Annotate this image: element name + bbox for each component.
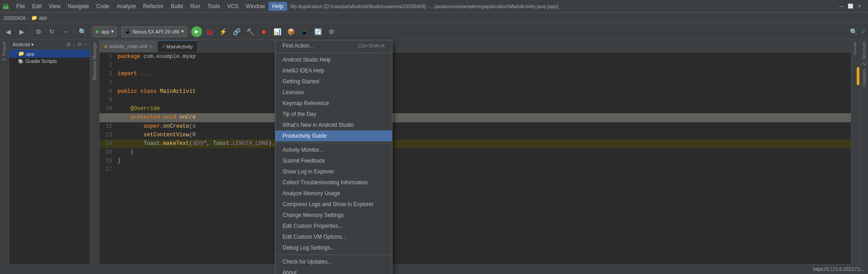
back-button[interactable]: ◀ bbox=[2, 25, 14, 38]
menu-item-android-help[interactable]: Android Studio Help bbox=[275, 54, 392, 65]
profile-button[interactable]: ⚡ bbox=[217, 25, 229, 38]
panel-minimize-icon[interactable]: − bbox=[84, 42, 86, 48]
panel-gear-icon[interactable]: ⚙ bbox=[77, 42, 82, 48]
getting-started-label: Getting Started bbox=[283, 78, 319, 85]
menu-item-intellij-help[interactable]: IntelliJ IDEA Help bbox=[275, 65, 392, 76]
menu-item-edit-vm[interactable]: Edit Custom VM Options... bbox=[275, 231, 392, 242]
menu-item-productivity[interactable]: Productivity Guide bbox=[275, 130, 392, 141]
build-button[interactable]: 🔨 bbox=[244, 25, 256, 38]
panel-sync-icon[interactable]: ↕ bbox=[73, 42, 75, 48]
features-label[interactable]: Features bbox=[861, 67, 868, 88]
menu-tools[interactable]: Tools bbox=[204, 2, 224, 11]
menu-run[interactable]: Run bbox=[187, 2, 204, 11]
title-bar: My Application [D:\ruanjian\AndroidStudi… bbox=[287, 3, 866, 10]
svg-point-3 bbox=[4, 4, 5, 5]
menu-item-check-updates[interactable]: Check for Updates... bbox=[275, 256, 392, 267]
menu-item-debug-log[interactable]: Debug Log Settings... bbox=[275, 242, 392, 253]
more-tools[interactable]: ⚙ bbox=[325, 25, 338, 38]
right-strip: Gradle bbox=[851, 40, 860, 274]
code-line-9: 9 bbox=[99, 96, 851, 105]
menu-item-tip[interactable]: Tip of the Day bbox=[275, 109, 392, 120]
maximize-button[interactable]: ⬜ bbox=[847, 3, 854, 10]
sync-project[interactable]: 🔄 bbox=[311, 25, 324, 38]
tab-mainactivity[interactable]: J MainActivity bbox=[158, 40, 198, 52]
menu-item-whats-new[interactable]: What's New in Android Studio bbox=[275, 120, 392, 130]
minimize-button[interactable]: — bbox=[838, 3, 844, 10]
gradle-label: Gradle Scripts bbox=[25, 58, 57, 64]
settings-button[interactable]: ⚙ bbox=[32, 25, 45, 38]
scrollbar-thumb[interactable] bbox=[857, 67, 859, 85]
breadcrumb-sep: › bbox=[28, 15, 29, 21]
menu-item-compress-logs[interactable]: Compress Logs and Show in Explorer bbox=[275, 199, 392, 210]
app-dropdown[interactable]: ▶ app ▾ bbox=[93, 26, 117, 37]
menu-build[interactable]: Build bbox=[167, 2, 187, 11]
toolbar-sep-1 bbox=[30, 27, 30, 36]
search-everywhere[interactable]: 🔍 bbox=[76, 25, 89, 38]
sdk-manager[interactable]: 📦 bbox=[284, 25, 297, 38]
code-line-12: 12 super.onCreate(s bbox=[99, 122, 851, 131]
device-dropdown[interactable]: 📱 Nexus 5X API 29 x86 ▾ bbox=[121, 26, 187, 37]
menu-item-analyze-memory[interactable]: Analyze Memory Usage bbox=[275, 188, 392, 199]
toolbar-sep-4 bbox=[119, 27, 119, 36]
forward-button[interactable]: ▶ bbox=[15, 25, 28, 38]
menu-item-licenses[interactable]: Licenses bbox=[275, 87, 392, 98]
tree-item-gradle[interactable]: 🐘 Gradle Scripts bbox=[9, 58, 90, 65]
debug-log-label: Debug Log Settings... bbox=[283, 245, 335, 251]
device-dropdown-arrow: ▾ bbox=[181, 29, 184, 34]
run-button[interactable]: ▶ bbox=[191, 26, 202, 37]
breadcrumb-module[interactable]: 📁 app bbox=[31, 15, 47, 21]
menu-analyze[interactable]: Analyze bbox=[113, 2, 140, 11]
project-panel-label[interactable]: 1: Project bbox=[1, 40, 8, 62]
minus-button[interactable]: − bbox=[59, 25, 72, 38]
menu-code[interactable]: Code bbox=[93, 2, 113, 11]
toolbar-sep-5 bbox=[189, 27, 189, 36]
breadcrumb-project[interactable]: 20200426 bbox=[4, 15, 26, 21]
menu-item-change-memory[interactable]: Change Memory Settings bbox=[275, 210, 392, 221]
status-check: ✓ bbox=[861, 28, 866, 35]
editor-tabs: ≋ activity_main.xml ✕ J MainActivity bbox=[99, 40, 851, 53]
stop-button[interactable]: ■ bbox=[257, 25, 270, 38]
code-line-17: 17 bbox=[99, 165, 851, 174]
debug-button[interactable]: 🐞 bbox=[203, 25, 216, 38]
menu-item-submit-feedback[interactable]: Submit Feedback bbox=[275, 155, 392, 166]
menu-window[interactable]: Window bbox=[242, 2, 269, 11]
menu-item-about[interactable]: About bbox=[275, 267, 392, 274]
tab-activity-main[interactable]: ≋ activity_main.xml ✕ bbox=[99, 40, 158, 52]
editor-content[interactable]: 1 package com.example.myap 2 3 import ..… bbox=[99, 53, 851, 274]
menu-edit[interactable]: Edit bbox=[28, 2, 45, 11]
menu-item-keymap[interactable]: Keymap Reference bbox=[275, 98, 392, 109]
android-dropdown[interactable]: Android ▾ bbox=[13, 42, 34, 48]
menu-refactor[interactable]: Refactor bbox=[140, 2, 167, 11]
sync-button[interactable]: ↻ bbox=[46, 25, 58, 38]
scrollbar-track[interactable] bbox=[856, 40, 860, 274]
menu-vcs[interactable]: VCS bbox=[224, 2, 242, 11]
code-line-8: 8 public class MainActivit bbox=[99, 87, 851, 96]
menu-item-edit-properties[interactable]: Edit Custom Properties... bbox=[275, 221, 392, 231]
toolbar-sep-3 bbox=[90, 27, 91, 36]
menu-item-troubleshoot[interactable]: Collect Troubleshooting Information bbox=[275, 177, 392, 188]
menu-item-activity-monitor[interactable]: Activity Monitor... bbox=[275, 144, 392, 155]
resource-manager-label[interactable]: Resource Manager bbox=[91, 40, 98, 82]
tree-item-app[interactable]: 📁 app bbox=[9, 50, 90, 58]
folder-icon: 📁 bbox=[31, 15, 38, 20]
coverage-button[interactable]: 📊 bbox=[271, 25, 283, 38]
menu-help[interactable]: Help bbox=[269, 2, 287, 11]
menu-view[interactable]: View bbox=[45, 2, 64, 11]
menu-file[interactable]: File bbox=[13, 2, 28, 11]
menu-item-getting-started[interactable]: Getting Started bbox=[275, 76, 392, 87]
structure-label[interactable]: Z: Structure bbox=[861, 40, 868, 67]
edit-properties-label: Edit Custom Properties... bbox=[283, 223, 343, 229]
app-label: app bbox=[26, 51, 34, 57]
close-button[interactable]: ✕ bbox=[856, 3, 863, 10]
search-button[interactable]: 🔍 bbox=[847, 25, 860, 38]
avd-manager[interactable]: 📱 bbox=[298, 25, 311, 38]
activity-monitor-label: Activity Monitor... bbox=[283, 147, 324, 153]
attach-button[interactable]: 🔗 bbox=[230, 25, 243, 38]
menu-navigate[interactable]: Navigate bbox=[64, 2, 93, 11]
tab-close-xml[interactable]: ✕ bbox=[149, 44, 153, 49]
code-line-13: 13 setContentView(R bbox=[99, 131, 851, 139]
menu-item-find-action[interactable]: Find Action... Ctrl+Shift+A bbox=[275, 40, 392, 51]
menu-item-show-log[interactable]: Show Log in Explorer bbox=[275, 166, 392, 177]
panel-settings-icon[interactable]: ⚙ bbox=[66, 42, 71, 48]
app-dropdown-icon: ▶ bbox=[96, 29, 99, 34]
